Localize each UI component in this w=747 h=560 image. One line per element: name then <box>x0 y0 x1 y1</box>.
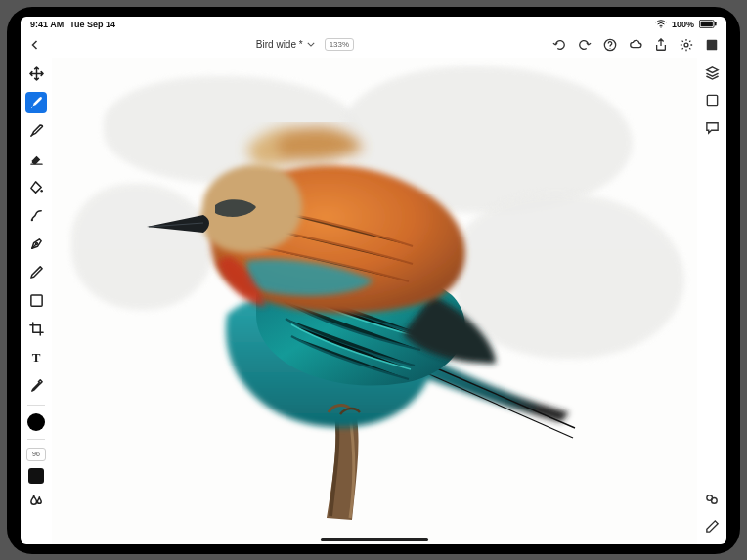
comments-panel-button[interactable] <box>704 120 720 136</box>
svg-point-6 <box>684 43 688 47</box>
svg-rect-7 <box>707 39 718 50</box>
settings-button[interactable] <box>680 38 693 52</box>
back-button[interactable] <box>28 38 42 52</box>
rail-separator <box>27 405 45 406</box>
artwork-branch <box>327 412 359 520</box>
wifi-icon <box>655 20 667 28</box>
screen: 9:41 AM Tue Sep 14 100% <box>21 17 726 544</box>
status-date: Tue Sep 14 <box>69 20 115 29</box>
status-time: 9:41 AM <box>30 20 64 29</box>
status-bar: 9:41 AM Tue Sep 14 100% <box>21 17 726 32</box>
zoom-level[interactable]: 133% <box>325 38 354 51</box>
text-tool[interactable]: T <box>25 347 47 368</box>
rail-separator <box>27 439 45 440</box>
artwork-bird <box>110 90 589 530</box>
eraser-tool[interactable] <box>25 149 47 170</box>
chevron-down-icon <box>307 42 315 47</box>
cloud-sync-icon[interactable] <box>629 38 642 52</box>
pen-tool[interactable] <box>25 234 47 255</box>
battery-icon <box>699 20 717 28</box>
svg-point-14 <box>711 498 717 504</box>
precision-panel-button[interactable] <box>704 492 720 507</box>
svg-point-0 <box>660 26 661 27</box>
document-title-dropdown[interactable]: Bird wide * <box>256 39 315 50</box>
home-indicator[interactable] <box>321 538 428 541</box>
vector-brush-tool[interactable] <box>25 205 47 227</box>
brush-swatch[interactable] <box>28 468 44 484</box>
paintbrush-tool[interactable] <box>25 92 47 113</box>
crop-tool[interactable] <box>25 319 47 340</box>
svg-rect-12 <box>707 95 717 105</box>
svg-rect-2 <box>701 22 713 27</box>
fullscreen-button[interactable] <box>705 38 719 52</box>
document-title: Bird wide * <box>256 39 303 50</box>
right-panel-rail <box>697 58 726 544</box>
app-toolbar: Bird wide * 133% <box>21 32 726 58</box>
redo-button[interactable] <box>578 38 592 52</box>
water-flow-tool[interactable] <box>25 491 47 512</box>
edit-panel-button[interactable] <box>704 519 720 535</box>
blend-brush-tool[interactable] <box>25 120 47 142</box>
svg-point-9 <box>30 219 32 221</box>
transform-tool[interactable] <box>25 64 47 85</box>
canvas[interactable] <box>52 58 697 544</box>
svg-rect-3 <box>715 22 717 25</box>
ipad-device-frame: 9:41 AM Tue Sep 14 100% <box>7 7 740 554</box>
foreground-color-chip[interactable] <box>27 413 45 431</box>
brush-size-value[interactable]: 96 <box>26 448 46 461</box>
svg-point-10 <box>35 243 37 245</box>
svg-rect-11 <box>30 295 41 306</box>
share-button[interactable] <box>654 38 668 52</box>
draw-tool[interactable] <box>25 262 47 283</box>
help-button[interactable] <box>603 38 617 52</box>
fill-tool[interactable] <box>25 177 47 198</box>
shape-tool[interactable] <box>25 290 47 312</box>
layers-panel-button[interactable] <box>704 65 720 81</box>
left-tool-rail: T 96 <box>21 58 52 544</box>
main-area: T 96 <box>21 58 726 544</box>
battery-percent: 100% <box>672 20 694 29</box>
eyedropper-tool[interactable] <box>25 375 47 397</box>
properties-panel-button[interactable] <box>704 93 720 108</box>
undo-button[interactable] <box>552 38 566 52</box>
svg-point-8 <box>40 190 42 192</box>
svg-point-5 <box>609 47 610 48</box>
